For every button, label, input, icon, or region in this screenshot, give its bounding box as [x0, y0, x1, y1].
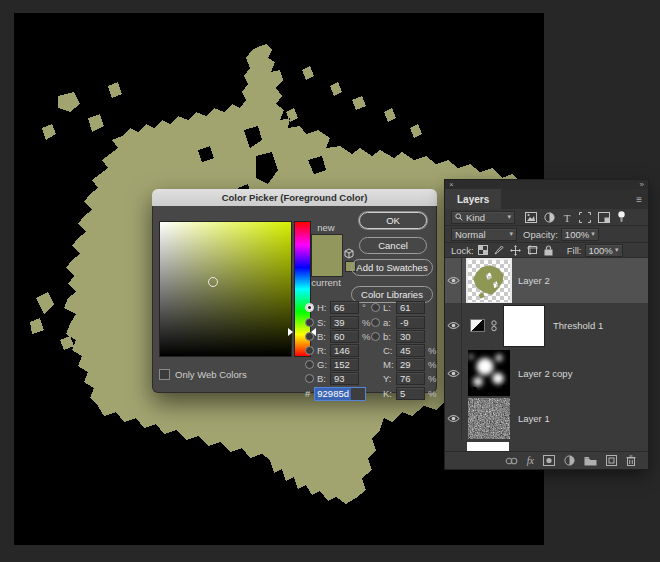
pixel-layer-filter-icon[interactable] — [525, 212, 537, 223]
l-label: L: — [383, 302, 396, 313]
panel-menu-icon[interactable]: ≡ — [636, 194, 648, 205]
fill-value: 100% — [589, 245, 613, 256]
mask-link-icon[interactable] — [491, 320, 497, 332]
s-unit: % — [362, 317, 370, 328]
hex-row: # 92985d — [305, 387, 366, 400]
blend-mode-dropdown[interactable]: Normal ▾ — [451, 228, 517, 241]
opacity-label: Opacity: — [523, 229, 558, 240]
layer-effects-icon[interactable]: fx — [527, 455, 534, 466]
layer-thumbnail[interactable] — [468, 350, 510, 396]
lock-label: Lock: — [451, 245, 474, 256]
c-input[interactable]: 45 — [396, 344, 425, 357]
layer-row-layer-1[interactable]: Layer 1 — [445, 398, 648, 440]
layer-name[interactable]: Layer 2 copy — [518, 368, 572, 379]
visibility-toggle[interactable] — [445, 303, 462, 348]
island-thumbnail-art — [468, 260, 510, 302]
l-input[interactable]: 61 — [396, 301, 425, 314]
lab-b-radio[interactable] — [371, 332, 380, 341]
b-input[interactable]: 60 — [330, 330, 359, 343]
new-layer-icon[interactable] — [606, 455, 617, 466]
field-row-l: L: 61 — [371, 301, 428, 314]
link-layers-icon[interactable] — [505, 457, 518, 465]
layer-name[interactable]: Layer 1 — [518, 413, 550, 424]
visibility-toggle[interactable] — [445, 398, 462, 439]
field-row-a: a: -9 — [371, 316, 428, 329]
hue-slider-left-arrow[interactable] — [288, 328, 293, 336]
b-unit: % — [362, 331, 370, 342]
chevron-down-icon: ▾ — [615, 246, 619, 254]
h-unit: ° — [362, 302, 366, 313]
hex-input[interactable]: 92985d — [314, 387, 366, 401]
r-radio[interactable] — [305, 346, 314, 355]
visibility-toggle[interactable] — [445, 258, 462, 303]
lock-transparency-icon[interactable] — [478, 245, 488, 255]
delete-layer-trash-icon[interactable] — [626, 455, 636, 466]
layer-mask-thumbnail[interactable] — [503, 305, 545, 347]
k-input[interactable]: 5 — [396, 387, 425, 400]
only-web-colors-checkbox[interactable] — [159, 369, 170, 380]
a-radio[interactable] — [371, 318, 380, 327]
add-to-swatches-button[interactable]: Add to Swatches — [351, 259, 433, 276]
lock-image-brush-icon[interactable] — [494, 245, 504, 255]
layer-row-threshold-1[interactable]: Threshold 1 — [445, 303, 648, 349]
g-label: G: — [317, 359, 330, 370]
y-input[interactable]: 76 — [396, 372, 425, 385]
chevron-down-icon: ▾ — [507, 213, 511, 221]
new-group-icon[interactable] — [584, 456, 597, 466]
h-input[interactable]: 66 — [330, 301, 359, 314]
lock-artboard-icon[interactable] — [527, 245, 538, 255]
only-web-colors-option[interactable]: Only Web Colors — [159, 369, 247, 380]
collapse-panel-icon[interactable]: » — [640, 181, 644, 189]
m-input[interactable]: 29 — [396, 358, 425, 371]
add-layer-mask-icon[interactable] — [543, 455, 555, 466]
filter-icons: T — [525, 211, 626, 223]
shape-layer-filter-icon[interactable] — [579, 212, 591, 223]
lock-row: Lock: Fill: 100% ▾ — [445, 243, 648, 258]
g-radio[interactable] — [305, 360, 314, 369]
color-field-marker[interactable] — [208, 277, 218, 287]
b2-input[interactable]: 93 — [330, 372, 359, 385]
a-input[interactable]: -9 — [396, 316, 425, 329]
g-input[interactable]: 152 — [330, 358, 359, 371]
layer-thumbnail[interactable] — [468, 398, 510, 440]
blend-mode-row: Normal ▾ Opacity: 100% ▾ — [445, 226, 648, 243]
r-input[interactable]: 146 — [330, 344, 359, 357]
visibility-toggle[interactable] — [445, 348, 462, 398]
opacity-dropdown[interactable]: 100% ▾ — [561, 228, 599, 241]
smart-object-filter-icon[interactable] — [598, 212, 610, 223]
saturation-brightness-field[interactable] — [159, 221, 292, 357]
tab-layers[interactable]: Layers — [445, 189, 501, 209]
lock-position-icon[interactable] — [510, 245, 521, 256]
lab-b-input[interactable]: 30 — [396, 330, 425, 343]
layer-thumbnail[interactable] — [468, 260, 510, 302]
s-radio[interactable] — [305, 318, 314, 327]
web-color-warning-cube-icon[interactable] — [344, 248, 354, 261]
filter-toggle-switch-icon[interactable] — [617, 211, 626, 223]
close-icon[interactable]: × — [449, 181, 454, 189]
layer-name[interactable]: Layer 2 — [518, 275, 550, 286]
new-adjustment-layer-icon[interactable] — [564, 455, 575, 466]
kind-filter-dropdown[interactable]: Kind ▾ — [451, 211, 515, 224]
layer-name[interactable]: Threshold 1 — [553, 320, 603, 331]
threshold-adjustment-icon[interactable] — [470, 319, 485, 332]
s-label: S: — [317, 317, 330, 328]
cancel-button[interactable]: Cancel — [359, 237, 427, 254]
adjustment-layer-filter-icon[interactable] — [544, 212, 555, 223]
b-radio[interactable] — [305, 332, 314, 341]
layer-row-layer-2-copy[interactable]: Layer 2 copy — [445, 348, 648, 399]
m-label: M: — [383, 359, 396, 370]
k-unit: % — [428, 388, 436, 399]
layer-row-layer-2[interactable]: Layer 2 — [445, 258, 648, 304]
ok-button[interactable]: OK — [359, 212, 427, 229]
s-input[interactable]: 39 — [330, 316, 359, 329]
lock-all-icon[interactable] — [544, 245, 553, 256]
noise-thumbnail-art — [468, 398, 510, 440]
h-radio[interactable] — [305, 303, 314, 312]
kind-label: Kind — [466, 212, 485, 223]
field-row-y: Y: 76 % — [371, 372, 436, 385]
type-layer-filter-icon[interactable]: T — [562, 212, 572, 223]
fill-dropdown[interactable]: 100% ▾ — [585, 244, 623, 257]
b2-radio[interactable] — [305, 374, 314, 383]
color-picker-dialog: Color Picker (Foreground Color) new curr… — [152, 189, 437, 393]
l-radio[interactable] — [371, 303, 380, 312]
